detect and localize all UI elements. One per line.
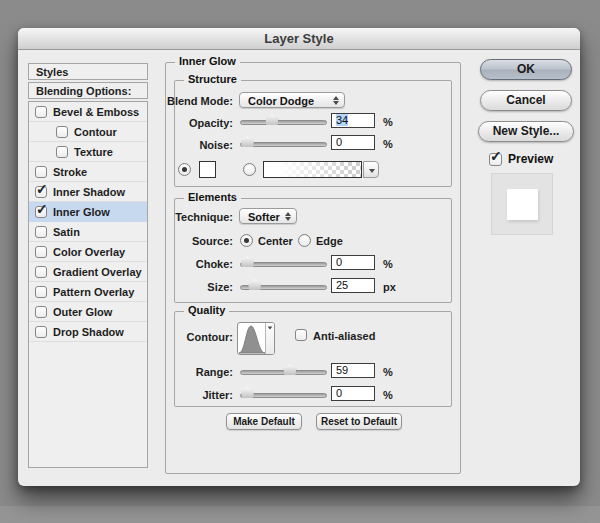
noise-label: Noise: <box>199 139 233 151</box>
noise-value: 0 <box>336 136 342 148</box>
styles-label: Styles <box>36 66 68 78</box>
slider-thumb[interactable] <box>241 387 254 398</box>
titlebar[interactable]: Layer Style <box>18 28 580 50</box>
technique-select[interactable]: Softer <box>239 208 297 224</box>
style-checkbox[interactable] <box>35 306 47 318</box>
style-label: Inner Shadow <box>53 186 125 198</box>
style-label: Inner Glow <box>53 206 110 218</box>
style-checkbox[interactable] <box>35 246 47 258</box>
quality-group: Quality Contour: Anti-aliased Range: 59 … <box>174 311 452 407</box>
range-input[interactable]: 59 <box>331 363 375 378</box>
sidebar-item-contour[interactable]: Contour <box>29 122 147 142</box>
sidebar-item-texture[interactable]: Texture <box>29 142 147 162</box>
slider-thumb[interactable] <box>241 256 254 267</box>
contour-arrow-strip[interactable] <box>265 323 274 354</box>
style-label: Pattern Overlay <box>53 286 134 298</box>
size-input[interactable]: 25 <box>331 278 375 293</box>
reset-to-default-button[interactable]: Reset to Default <box>316 413 402 430</box>
source-center-label: Center <box>258 235 293 247</box>
sidebar-item-pattern-overlay[interactable]: Pattern Overlay <box>29 282 147 302</box>
desktop-background-strip <box>0 506 600 523</box>
style-checkbox[interactable] <box>56 146 68 158</box>
slider-thumb[interactable] <box>283 364 296 375</box>
cancel-button[interactable]: Cancel <box>480 90 572 111</box>
size-label: Size: <box>207 281 233 293</box>
choke-input[interactable]: 0 <box>331 255 375 270</box>
elements-group: Elements Technique: Softer Source: Cente… <box>174 198 452 303</box>
sidebar-item-drop-shadow[interactable]: Drop Shadow <box>29 322 147 342</box>
jitter-input[interactable]: 0 <box>331 386 375 401</box>
styles-header[interactable]: Styles <box>28 63 148 80</box>
style-checkbox[interactable] <box>56 126 68 138</box>
panel-title: Inner Glow <box>175 55 240 67</box>
antialiased-checkbox[interactable] <box>295 329 307 341</box>
blend-mode-label: Blend Mode: <box>167 95 233 107</box>
sidebar-item-bevel-emboss[interactable]: Bevel & Emboss <box>29 102 147 122</box>
updown-arrows-icon <box>285 212 291 221</box>
range-value: 59 <box>336 364 348 376</box>
gradient-picker-arrow[interactable] <box>363 161 379 178</box>
noise-unit: % <box>383 138 393 150</box>
blend-mode-select[interactable]: Color Dodge <box>239 92 345 108</box>
style-checkbox[interactable] <box>35 166 47 178</box>
down-triangle-icon <box>369 169 375 173</box>
style-checkbox[interactable] <box>35 286 47 298</box>
preview-checkbox[interactable] <box>489 153 502 166</box>
sidebar-item-gradient-overlay[interactable]: Gradient Overlay <box>29 262 147 282</box>
layer-style-dialog: Layer Style Styles Blending Options: Cus… <box>18 28 580 486</box>
opacity-unit: % <box>383 116 393 128</box>
sidebar-item-satin[interactable]: Satin <box>29 222 147 242</box>
make-default-button[interactable]: Make Default <box>226 413 302 430</box>
sidebar-item-stroke[interactable]: Stroke <box>29 162 147 182</box>
size-slider[interactable] <box>240 285 327 290</box>
structure-label: Structure <box>184 73 241 85</box>
color-radio[interactable] <box>178 163 191 176</box>
opacity-slider[interactable] <box>240 120 327 125</box>
slider-thumb[interactable] <box>265 114 278 125</box>
opacity-input[interactable]: 34 <box>331 113 375 128</box>
elements-label: Elements <box>184 191 241 203</box>
noise-slider[interactable] <box>240 142 327 147</box>
sidebar-item-color-overlay[interactable]: Color Overlay <box>29 242 147 262</box>
opacity-value: 34 <box>336 114 348 126</box>
gradient-radio[interactable] <box>243 163 256 176</box>
style-checkbox[interactable] <box>35 206 47 218</box>
preview-thumbnail <box>491 173 553 235</box>
sidebar-item-inner-glow[interactable]: Inner Glow <box>29 202 147 222</box>
down-triangle-icon <box>268 326 273 329</box>
sidebar-item-outer-glow[interactable]: Outer Glow <box>29 302 147 322</box>
sidebar-item-blending-options[interactable]: Blending Options: Custom <box>28 82 148 99</box>
opacity-label: Opacity: <box>189 117 233 129</box>
preview-swatch <box>507 189 538 220</box>
dialog-title: Layer Style <box>264 31 333 46</box>
jitter-value: 0 <box>336 387 342 399</box>
new-style-button[interactable]: New Style... <box>478 121 574 142</box>
style-checkbox[interactable] <box>35 266 47 278</box>
preview-label: Preview <box>508 152 553 166</box>
antialiased-label: Anti-aliased <box>313 330 375 342</box>
noise-input[interactable]: 0 <box>331 135 375 150</box>
style-label: Color Overlay <box>53 246 125 258</box>
size-value: 25 <box>336 279 348 291</box>
glow-color-swatch[interactable] <box>199 161 216 178</box>
choke-slider[interactable] <box>240 262 327 267</box>
glow-gradient-swatch[interactable] <box>263 161 362 178</box>
contour-label: Contour: <box>187 331 233 343</box>
style-checkbox[interactable] <box>35 226 47 238</box>
style-label: Outer Glow <box>53 306 112 318</box>
range-slider[interactable] <box>240 370 327 375</box>
source-center-radio[interactable] <box>240 234 253 247</box>
slider-thumb[interactable] <box>241 136 254 147</box>
style-checkbox[interactable] <box>35 106 47 118</box>
ok-button[interactable]: OK <box>480 59 572 80</box>
contour-picker[interactable] <box>237 322 275 355</box>
sidebar-item-inner-shadow[interactable]: Inner Shadow <box>29 182 147 202</box>
technique-label: Technique: <box>175 211 233 223</box>
style-checkbox[interactable] <box>35 326 47 338</box>
style-checkbox[interactable] <box>35 186 47 198</box>
style-label: Stroke <box>53 166 87 178</box>
source-edge-radio[interactable] <box>298 234 311 247</box>
style-label: Contour <box>74 126 117 138</box>
jitter-slider[interactable] <box>240 393 327 398</box>
slider-thumb[interactable] <box>248 279 261 290</box>
